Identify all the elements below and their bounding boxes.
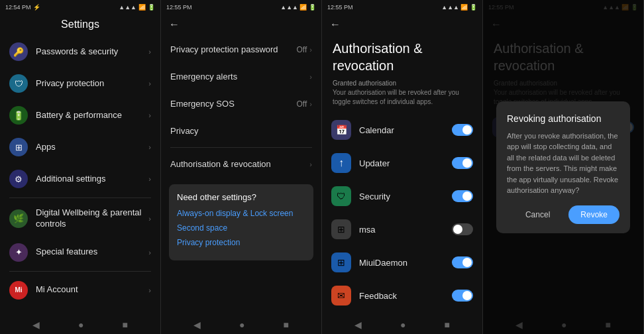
sidebar-item-miaccount[interactable]: Mi Mi Account ›: [0, 274, 160, 306]
auth-chevron: ›: [309, 160, 312, 168]
calendar-toggle[interactable]: [452, 124, 473, 136]
nav-back-2[interactable]: ◀: [193, 319, 201, 330]
divider-2: [9, 271, 151, 272]
calendar-icon: 📅: [331, 120, 351, 140]
sidebar-item-passwords[interactable]: 🔑 Passwords & security ›: [0, 36, 160, 68]
miaccount-label: Mi Account: [36, 284, 148, 296]
additional-label: Additional settings: [36, 174, 148, 185]
modal-buttons: Cancel Revoke: [507, 205, 619, 224]
s2-divider: [170, 147, 312, 148]
modal-title: Revoking authorisation: [507, 113, 619, 124]
nav-menu-1[interactable]: ■: [123, 319, 128, 330]
list-item-updater[interactable]: ↑ Updater: [322, 146, 482, 180]
list-item-security[interactable]: 🛡 Security: [322, 180, 482, 213]
feedback-icon: ✉: [331, 286, 351, 306]
security-toggle[interactable]: [452, 190, 473, 202]
nav-menu-3[interactable]: ■: [445, 319, 450, 330]
status-bar-2: 12:55 PM ▲▲▲ 📶 🔋: [161, 0, 321, 15]
special-icon: ✦: [9, 243, 28, 262]
sidebar-item-battery[interactable]: 🔋 Battery & performance ›: [0, 99, 160, 131]
top-bar-1: Settings: [0, 15, 160, 33]
nav-back-1[interactable]: ◀: [32, 319, 40, 330]
feedback-name: Feedback: [359, 291, 452, 301]
ppp-chevron: ›: [309, 46, 312, 54]
privacy-label: Privacy protection: [36, 78, 148, 89]
ea-chevron: ›: [309, 73, 312, 81]
nav-back-3[interactable]: ◀: [354, 319, 362, 330]
msa-toggle[interactable]: [452, 223, 473, 235]
popup-link-3[interactable]: Privacy protection: [177, 238, 305, 247]
passwords-icon: 🔑: [9, 42, 28, 61]
miuidaemon-icon: ⊞: [331, 252, 351, 272]
back-button-3[interactable]: ←: [330, 19, 341, 30]
list-item-calendar[interactable]: 📅 Calendar: [322, 113, 482, 146]
miuidaemon-name: MiuiDaemon: [359, 258, 452, 268]
screen1-settings: 12:54 PM ⚡ ▲▲▲ 📶 🔋 Settings 🔑 Passwords …: [0, 0, 161, 334]
battery-icon: 🔋: [9, 106, 28, 125]
page-title-1: Settings: [8, 19, 152, 30]
s2-auth[interactable]: Authorisation & revocation ›: [161, 150, 321, 178]
esos-chevron: ›: [309, 100, 312, 108]
passwords-chevron: ›: [148, 48, 151, 56]
sidebar-item-special[interactable]: ✦ Special features ›: [0, 237, 160, 268]
additional-chevron: ›: [148, 175, 151, 183]
s2-priv[interactable]: Privacy: [161, 117, 321, 144]
back-button-2[interactable]: ←: [169, 19, 180, 30]
security-name: Security: [359, 192, 452, 201]
updater-toggle[interactable]: [452, 157, 473, 169]
passwords-label: Passwords & security: [36, 46, 148, 58]
list-item-msa[interactable]: ⊞ msa: [322, 213, 482, 246]
privacy-icon: 🛡: [9, 74, 28, 93]
s2-list: Privacy protection password Off › Emerge…: [161, 33, 321, 315]
auth-subtitle: Your authorisation will be revoked after…: [333, 88, 472, 107]
security-icon: 🛡: [331, 186, 351, 206]
battery-chevron: ›: [148, 111, 151, 119]
top-bar-2: ←: [161, 15, 321, 33]
bottom-nav-2: ◀ ● ■: [161, 315, 321, 334]
status-bar-1: 12:54 PM ⚡ ▲▲▲ 📶 🔋: [0, 0, 160, 15]
popup-title: Need other settings?: [177, 192, 305, 202]
bottom-nav-1: ◀ ● ■: [0, 315, 160, 334]
apps-chevron: ›: [148, 143, 151, 151]
sidebar-item-apps[interactable]: ⊞ Apps ›: [0, 131, 160, 163]
popup-link-1[interactable]: Always-on display & Lock screen: [177, 209, 305, 218]
apps-label: Apps: [36, 142, 148, 153]
battery-label: Battery & performance: [36, 110, 148, 121]
modal-overlay: Revoking authorisation After you revoke …: [483, 0, 643, 334]
miaccount-chevron: ›: [148, 286, 151, 294]
cancel-button[interactable]: Cancel: [513, 205, 562, 224]
settings-list: 🔑 Passwords & security › 🛡 Privacy prote…: [0, 33, 160, 315]
popup-link-2[interactable]: Second space: [177, 223, 305, 233]
sidebar-item-privacy[interactable]: 🛡 Privacy protection ›: [0, 68, 160, 99]
wellbeing-label: Digital Wellbeing & parental controls: [36, 207, 148, 230]
special-chevron: ›: [148, 249, 151, 256]
nav-home-2[interactable]: ●: [239, 319, 244, 330]
s2-esos[interactable]: Emergency SOS Off ›: [161, 90, 321, 117]
wellbeing-chevron: ›: [148, 215, 151, 223]
nav-menu-2[interactable]: ■: [284, 319, 289, 330]
modal-text: After you revoke authorisation, the app …: [507, 131, 619, 196]
additional-icon: ⚙: [9, 170, 28, 188]
app-list-3: 📅 Calendar ↑ Updater 🛡 Security ⊞ msa: [322, 111, 482, 315]
wellbeing-icon: 🌿: [9, 209, 28, 228]
miuidaemon-toggle[interactable]: [452, 256, 473, 268]
msa-name: msa: [359, 225, 452, 235]
sidebar-item-wellbeing[interactable]: 🌿 Digital Wellbeing & parental controls …: [0, 201, 160, 237]
bottom-nav-3: ◀ ● ■: [322, 315, 482, 334]
auth-label: Authorisation & revocation: [170, 159, 309, 169]
s2-ea[interactable]: Emergency alerts ›: [161, 63, 321, 90]
screen4-revoke: 12:55 PM ▲▲▲ 📶 🔋 ← Authorisation &revoca…: [483, 0, 644, 334]
updater-icon: ↑: [331, 153, 351, 173]
ppp-label: Privacy protection password: [170, 44, 297, 54]
s2-ppp[interactable]: Privacy protection password Off ›: [161, 36, 321, 63]
list-item-feedback[interactable]: ✉ Feedback: [322, 279, 482, 312]
list-item-miuidaemon[interactable]: ⊞ MiuiDaemon: [322, 246, 482, 279]
sidebar-item-additional[interactable]: ⚙ Additional settings ›: [0, 163, 160, 195]
revoke-button[interactable]: Revoke: [568, 205, 619, 224]
auth-title: Authorisation &revocation: [333, 40, 472, 74]
apps-icon: ⊞: [9, 138, 28, 156]
screen3-auth: 12:55 PM ▲▲▲ 📶 🔋 ← Authorisation &revoca…: [322, 0, 483, 334]
nav-home-1[interactable]: ●: [78, 319, 83, 330]
feedback-toggle[interactable]: [452, 290, 473, 302]
nav-home-3[interactable]: ●: [400, 319, 405, 330]
